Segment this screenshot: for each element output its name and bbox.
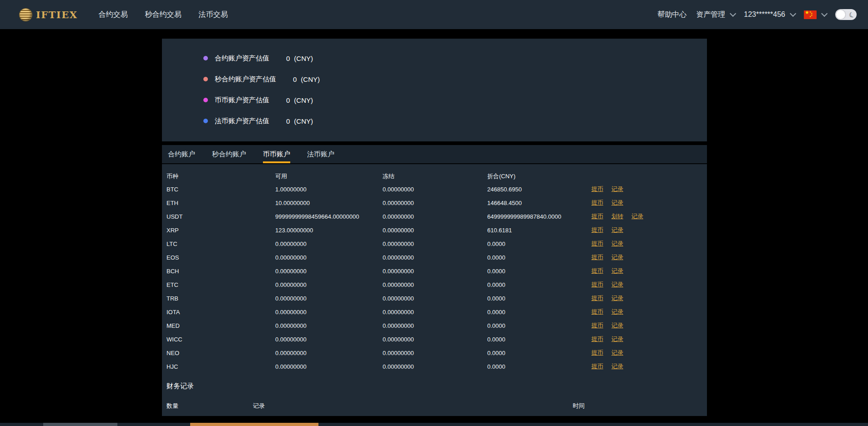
tab-1[interactable]: 秒合约账户 bbox=[212, 145, 246, 163]
record-link[interactable]: 记录 bbox=[631, 212, 643, 221]
nav-item-0[interactable]: 合约交易 bbox=[98, 10, 127, 20]
withdraw-link[interactable]: 提币 bbox=[591, 294, 603, 302]
withdraw-link[interactable]: 提币 bbox=[591, 281, 603, 289]
summary-unit: (CNY) bbox=[294, 117, 313, 125]
cell-frozen: 0.00000000 bbox=[383, 336, 414, 343]
table-row: NEO0.000000000.000000000.0000提币记录 bbox=[162, 346, 707, 360]
withdraw-link[interactable]: 提币 bbox=[591, 212, 603, 221]
cell-actions: 提币记录 bbox=[591, 226, 623, 234]
cell-coin: IOTA bbox=[167, 309, 180, 316]
summary-row-2: 币币账户资产估值0(CNY) bbox=[162, 90, 707, 110]
table-row: BTC1.000000000.00000000246850.6950提币记录 bbox=[162, 182, 707, 196]
wallet-panel: 币种 可用 冻结 折合(CNY) BTC1.000000000.00000000… bbox=[162, 164, 707, 416]
account-menu[interactable]: 123******456 bbox=[744, 10, 794, 19]
cell-cny: 0.0000 bbox=[487, 322, 505, 329]
summary-label: 合约账户资产估值 bbox=[215, 54, 269, 63]
cell-actions: 提币记录 bbox=[591, 281, 623, 289]
cell-frozen: 0.00000000 bbox=[383, 295, 414, 302]
record-link[interactable]: 记录 bbox=[611, 199, 623, 207]
cell-cny: 0.0000 bbox=[487, 241, 505, 247]
cell-cny: 0.0000 bbox=[487, 309, 505, 316]
table-row: USDT99999999998459664.000000000.00000000… bbox=[162, 210, 707, 223]
record-link[interactable]: 记录 bbox=[611, 321, 623, 330]
moon-icon: ☾ bbox=[848, 10, 856, 19]
cell-available: 0.00000000 bbox=[275, 254, 307, 261]
language-menu[interactable]: ★ ★ ★ ★ ★ bbox=[804, 10, 826, 19]
tab-0[interactable]: 合约账户 bbox=[168, 145, 195, 163]
withdraw-link[interactable]: 提币 bbox=[591, 335, 603, 343]
cell-frozen: 0.00000000 bbox=[383, 241, 414, 247]
navbar-right: 帮助中心 资产管理 123******456 ★ ★ ★ ★ ★ ☾ bbox=[657, 9, 857, 20]
summary-label: 秒合约账户资产估值 bbox=[215, 75, 276, 84]
cell-available: 0.00000000 bbox=[275, 241, 307, 247]
footer-strip-orange-segment bbox=[190, 423, 318, 426]
asset-management-menu[interactable]: 资产管理 bbox=[696, 10, 734, 20]
cell-frozen: 0.00000000 bbox=[383, 322, 414, 329]
chevron-down-icon bbox=[730, 10, 736, 17]
record-link[interactable]: 记录 bbox=[611, 281, 623, 289]
record-link[interactable]: 记录 bbox=[611, 185, 623, 193]
summary-dot-icon bbox=[203, 119, 208, 123]
withdraw-link[interactable]: 提币 bbox=[591, 321, 603, 330]
asset-management-label: 资产管理 bbox=[696, 10, 725, 20]
cell-actions: 提币记录 bbox=[591, 240, 623, 248]
cell-frozen: 0.00000000 bbox=[383, 186, 414, 193]
withdraw-link[interactable]: 提币 bbox=[591, 185, 603, 193]
record-link[interactable]: 记录 bbox=[611, 267, 623, 275]
footer-strip bbox=[0, 423, 868, 426]
withdraw-link[interactable]: 提币 bbox=[591, 362, 603, 371]
summary-row-0: 合约账户资产估值0(CNY) bbox=[162, 48, 707, 69]
record-link[interactable]: 记录 bbox=[611, 226, 623, 234]
cell-frozen: 0.00000000 bbox=[383, 213, 414, 220]
withdraw-link[interactable]: 提币 bbox=[591, 308, 603, 316]
cell-coin: NEO bbox=[167, 350, 179, 356]
cell-actions: 提币划转记录 bbox=[591, 212, 643, 221]
table-row: ETC0.000000000.000000000.0000提币记录 bbox=[162, 278, 707, 291]
withdraw-link[interactable]: 提币 bbox=[591, 240, 603, 248]
theme-toggle[interactable]: ☾ bbox=[835, 9, 857, 20]
withdraw-link[interactable]: 提币 bbox=[591, 199, 603, 207]
table-row: EOS0.000000000.000000000.0000提币记录 bbox=[162, 251, 707, 264]
toggle-knob bbox=[836, 10, 845, 19]
summary-value: 0 bbox=[286, 96, 290, 104]
table-row: LTC0.000000000.000000000.0000提币记录 bbox=[162, 237, 707, 251]
withdraw-link[interactable]: 提币 bbox=[591, 349, 603, 357]
cell-actions: 提币记录 bbox=[591, 321, 623, 330]
cell-cny: 0.0000 bbox=[487, 350, 505, 356]
table-row: TRB0.000000000.000000000.0000提币记录 bbox=[162, 291, 707, 305]
transfer-link[interactable]: 划转 bbox=[611, 212, 623, 221]
wallet-table-body: BTC1.000000000.00000000246850.6950提币记录ET… bbox=[162, 182, 707, 373]
withdraw-link[interactable]: 提币 bbox=[591, 253, 603, 261]
nav-item-1[interactable]: 秒合约交易 bbox=[145, 10, 181, 20]
withdraw-link[interactable]: 提币 bbox=[591, 267, 603, 275]
wallet-table-header: 币种 可用 冻结 折合(CNY) bbox=[162, 170, 707, 182]
record-link[interactable]: 记录 bbox=[611, 308, 623, 316]
cell-frozen: 0.00000000 bbox=[383, 200, 414, 206]
cell-actions: 提币记录 bbox=[591, 294, 623, 302]
cell-cny: 0.0000 bbox=[487, 281, 505, 288]
finance-table-header: 数量 记录 时间 bbox=[162, 400, 707, 412]
table-row: BCH0.000000000.000000000.0000提币记录 bbox=[162, 264, 707, 278]
tab-3[interactable]: 法币账户 bbox=[307, 145, 334, 163]
summary-unit: (CNY) bbox=[301, 75, 320, 83]
table-row: ETH10.000000000.00000000146648.4500提币记录 bbox=[162, 196, 707, 210]
cell-available: 0.00000000 bbox=[275, 281, 307, 288]
cell-available: 1.00000000 bbox=[275, 186, 307, 193]
help-center-link[interactable]: 帮助中心 bbox=[657, 10, 686, 20]
record-link[interactable]: 记录 bbox=[611, 294, 623, 302]
tab-2[interactable]: 币币账户 bbox=[263, 145, 290, 163]
finance-header-time: 时间 bbox=[573, 402, 585, 410]
cell-cny: 0.0000 bbox=[487, 295, 505, 302]
record-link[interactable]: 记录 bbox=[611, 253, 623, 261]
cell-cny: 0.0000 bbox=[487, 363, 505, 370]
record-link[interactable]: 记录 bbox=[611, 349, 623, 357]
withdraw-link[interactable]: 提币 bbox=[591, 226, 603, 234]
record-link[interactable]: 记录 bbox=[611, 335, 623, 343]
record-link[interactable]: 记录 bbox=[611, 362, 623, 371]
nav-item-2[interactable]: 法币交易 bbox=[198, 10, 227, 20]
table-row: IOTA0.000000000.000000000.0000提币记录 bbox=[162, 305, 707, 319]
record-link[interactable]: 记录 bbox=[611, 240, 623, 248]
cell-frozen: 0.00000000 bbox=[383, 309, 414, 316]
summary-unit: (CNY) bbox=[294, 55, 313, 62]
brand-logo[interactable]: IFTIEX bbox=[20, 9, 77, 21]
